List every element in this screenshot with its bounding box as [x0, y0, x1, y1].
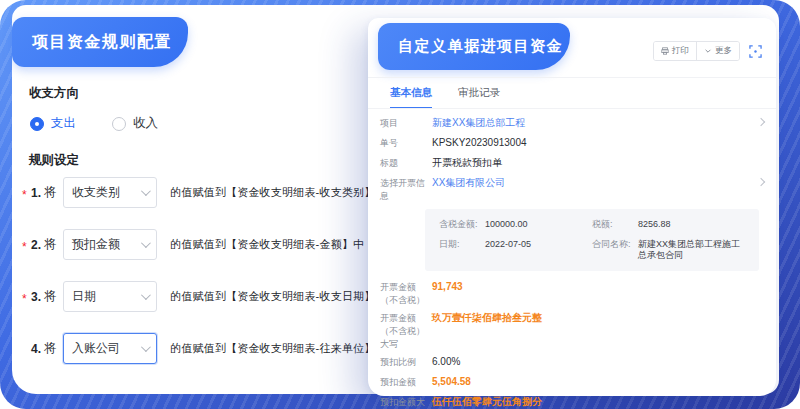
- rule-row-3: * 3. 将 日期 的值赋值到【资金收支明细表-收支日期】中: [22, 281, 387, 312]
- print-button-label: 打印: [672, 45, 689, 57]
- chevron-down-icon: [141, 186, 151, 196]
- radio-income-label: 收入: [133, 115, 158, 132]
- right-panel-title: 自定义单据进项目资金: [398, 37, 563, 56]
- decor-frame: 项目资金规则配置 收支方向 支出 收入 规则设定 * 1. 将: [0, 0, 800, 409]
- invoice-amount-caps-value: 玖万壹仟柒佰肆拾叁元整: [432, 311, 542, 324]
- field-row-project: 项目 新建XX集团总部工程: [380, 116, 768, 130]
- rule-verb: 将: [44, 184, 56, 201]
- tab-basic-info[interactable]: 基本信息: [390, 86, 432, 109]
- required-asterisk: *: [22, 236, 31, 254]
- right-panel-ribbon: 自定义单据进项目资金: [378, 23, 570, 70]
- header-divider: [368, 77, 776, 78]
- rule-field-select-2[interactable]: 预扣金额: [63, 229, 157, 260]
- document-toolbar: 打印 更多: [653, 41, 762, 61]
- invoice-info-link[interactable]: XX集团有限公司: [432, 176, 505, 189]
- rule-row-1: * 1. 将 收支类别 的值赋值到【资金收支明细表-收支类别】中: [22, 177, 387, 208]
- rule-field-select-1[interactable]: 收支类别: [63, 177, 157, 208]
- rule-row-2: * 2. 将 预扣金额 的值赋值到【资金收支明细表-金额】中: [22, 229, 387, 260]
- rule-description: 的值赋值到【资金收支明细表-收支类别】中: [170, 185, 387, 200]
- field-row-invoice-info: 选择开票信息 XX集团有限公司: [380, 176, 768, 203]
- contract-name-row: 合同名称: 新建XX集团总部工程施工总承包合同: [592, 239, 745, 261]
- doc-no-value: KPSKY20230913004: [432, 136, 527, 149]
- invoice-summary-right-column: 税额: 8256.88 合同名称: 新建XX集团总部工程施工总承包合同: [592, 219, 745, 261]
- required-asterisk-empty: [22, 347, 31, 351]
- rule-description: 的值赋值到【资金收支明细表-往来单位】中: [170, 341, 387, 356]
- invoice-tax-row: 税额: 8256.88: [592, 219, 745, 230]
- radio-unselected-icon: [112, 117, 126, 131]
- rule-field-selected-value: 预扣金额: [72, 236, 120, 253]
- document-form: 项目 新建XX集团总部工程 单号 KPSKY20230913004 标题 开票税…: [380, 116, 768, 409]
- tab-approval-log[interactable]: 审批记录: [458, 86, 500, 109]
- tabs-divider: [368, 108, 776, 109]
- radio-income[interactable]: 收入: [112, 115, 158, 132]
- invoice-summary-left-column: 含税金额: 100000.00 日期: 2022-07-05: [439, 219, 592, 261]
- field-label: 项目: [380, 116, 432, 130]
- field-label: 预扣金额: [380, 375, 432, 389]
- rule-row-4: 4. 将 入账公司 的值赋值到【资金收支明细表-往来单位】中: [22, 333, 387, 364]
- rule-verb: 将: [44, 236, 56, 253]
- radio-expense-label: 支出: [51, 115, 76, 132]
- field-row-invoice-amount: 开票金额（不含税） 91,743: [380, 280, 768, 307]
- rule-field-selected-value: 入账公司: [72, 340, 120, 357]
- rules-list: * 1. 将 收支类别 的值赋值到【资金收支明细表-收支类别】中 * 2. 将 …: [22, 177, 387, 385]
- field-label: 税额:: [592, 219, 638, 230]
- radio-expense[interactable]: 支出: [30, 115, 76, 132]
- fullscreen-icon[interactable]: [749, 45, 762, 58]
- field-label: 开票金额（不含税）: [380, 280, 432, 307]
- field-row-withhold-amount: 预扣金额 5,504.58: [380, 375, 768, 389]
- rule-number: 3.: [31, 290, 41, 304]
- field-label: 含税金额:: [439, 219, 485, 230]
- direction-radio-group: 支出 收入: [30, 115, 158, 132]
- rules-section-label: 规则设定: [29, 152, 79, 169]
- required-asterisk: *: [22, 288, 31, 306]
- withhold-ratio-value: 6.00%: [432, 355, 460, 368]
- rule-number: 1.: [31, 186, 41, 200]
- document-tabs: 基本信息 审批记录: [390, 86, 500, 109]
- field-label: 单号: [380, 136, 432, 150]
- field-label: 预扣比例: [380, 355, 432, 369]
- title-value: 开票税款预扣单: [432, 156, 502, 169]
- rule-verb: 将: [44, 340, 56, 357]
- tax-included-amount-value: 100000.00: [485, 219, 528, 230]
- tax-amount-value: 8256.88: [638, 219, 671, 230]
- contract-name-value: 新建XX集团总部工程施工总承包合同: [638, 239, 745, 261]
- project-link[interactable]: 新建XX集团总部工程: [432, 116, 525, 129]
- invoice-date-row: 日期: 2022-07-05: [439, 239, 592, 250]
- required-asterisk: *: [22, 184, 31, 202]
- print-button[interactable]: 打印: [654, 42, 696, 60]
- chevron-down-icon: [141, 238, 151, 248]
- invoice-amount-value: 91,743: [432, 280, 463, 293]
- field-label: 选择开票信息: [380, 176, 432, 203]
- field-label: 预扣金额大写: [380, 395, 432, 409]
- rule-number: 4.: [31, 342, 41, 356]
- rule-field-selected-value: 收支类别: [72, 184, 120, 201]
- rule-field-select-4[interactable]: 入账公司: [63, 333, 157, 364]
- chevron-right-icon[interactable]: [757, 118, 765, 126]
- rule-number: 2.: [31, 238, 41, 252]
- chevron-down-icon: [141, 290, 151, 300]
- chevron-right-icon[interactable]: [757, 178, 765, 186]
- withhold-amount-caps-value: 伍仟伍佰零肆元伍角捌分: [432, 395, 542, 408]
- rule-description: 的值赋值到【资金收支明细表-金额】中: [170, 237, 364, 252]
- direction-label: 收支方向: [29, 85, 79, 102]
- printer-icon: [661, 47, 669, 55]
- rule-field-select-3[interactable]: 日期: [63, 281, 157, 312]
- field-row-withhold-ratio: 预扣比例 6.00%: [380, 355, 768, 369]
- field-label: 开票金额（不含税）大写: [380, 311, 432, 351]
- field-row-invoice-amount-caps: 开票金额（不含税）大写 玖万壹仟柒佰肆拾叁元整: [380, 311, 768, 351]
- rule-verb: 将: [44, 288, 56, 305]
- invoice-tax-included-row: 含税金额: 100000.00: [439, 219, 592, 230]
- invoice-date-value: 2022-07-05: [485, 239, 531, 250]
- field-label: 日期:: [439, 239, 485, 250]
- field-label: 标题: [380, 156, 432, 170]
- left-panel-ribbon: 项目资金规则配置: [12, 17, 188, 67]
- more-button[interactable]: 更多: [696, 42, 739, 60]
- chevron-down-icon: [704, 47, 712, 55]
- rule-description: 的值赋值到【资金收支明细表-收支日期】中: [170, 289, 387, 304]
- document-panel: 自定义单据进项目资金 打印 更多 基本信息 审批记录: [368, 18, 776, 396]
- more-button-label: 更多: [715, 45, 732, 57]
- toolbar-button-group: 打印 更多: [653, 41, 740, 61]
- rule-field-selected-value: 日期: [72, 288, 96, 305]
- left-panel-title: 项目资金规则配置: [32, 32, 172, 53]
- field-row-withhold-amount-caps: 预扣金额大写 伍仟伍佰零肆元伍角捌分: [380, 395, 768, 409]
